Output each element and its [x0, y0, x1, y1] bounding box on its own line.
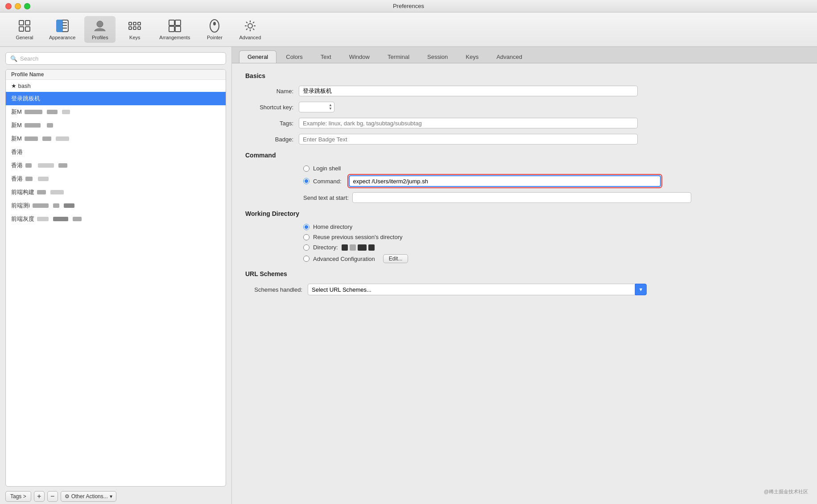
tags-input[interactable] — [299, 118, 638, 128]
stepper-down-icon[interactable]: ▼ — [329, 107, 332, 111]
chevron-down-icon-blue: ▼ — [639, 287, 644, 292]
dir-block-2 — [350, 244, 356, 251]
shortcut-select[interactable]: ▲ ▼ — [299, 102, 334, 112]
shortcut-stepper[interactable]: ▲ ▼ — [329, 103, 332, 111]
content-area: Basics Name: Shortcut key: ▲ ▼ Tags: — [232, 63, 817, 504]
profile-item-xin3[interactable]: 新M — [6, 132, 226, 145]
command-input[interactable] — [349, 175, 661, 187]
reuse-dir-radio[interactable] — [303, 234, 309, 240]
profile-name-xg2: 香港 — [11, 161, 23, 169]
home-dir-row: Home directory — [303, 223, 804, 230]
toolbar-item-pointer[interactable]: Pointer — [199, 16, 230, 43]
svg-rect-14 — [133, 27, 136, 29]
wd-title: Working Directory — [245, 210, 804, 217]
arrangements-icon — [168, 19, 182, 33]
blurred-9 — [25, 163, 32, 168]
blurred-6 — [25, 136, 38, 141]
search-icon: 🔍 — [10, 55, 17, 62]
profile-item-xin1[interactable]: 新M — [6, 105, 226, 119]
dir-label: Directory: — [313, 244, 338, 251]
tab-keys[interactable]: Keys — [457, 50, 487, 63]
dir-block-3 — [358, 244, 367, 251]
profile-item-djb[interactable]: 登录跳板机 — [6, 92, 226, 105]
toolbar-label-keys: Keys — [129, 35, 140, 40]
dir-radio[interactable] — [303, 244, 309, 251]
tab-text[interactable]: Text — [312, 50, 340, 63]
toolbar-item-appearance[interactable]: Appearance — [44, 16, 81, 43]
profile-item-xg3[interactable]: 香港 — [6, 172, 226, 186]
blurred-5 — [47, 123, 53, 128]
edit-button[interactable]: Edit... — [383, 254, 408, 263]
send-text-input[interactable] — [352, 192, 691, 203]
blurred-14 — [37, 190, 46, 194]
url-select-wrapper: Select URL Schemes... ▼ — [308, 284, 647, 295]
login-shell-label: Login shell — [313, 165, 341, 172]
url-select[interactable]: Select URL Schemes... — [308, 284, 635, 295]
profile-name-xg: 香港 — [11, 148, 23, 156]
toolbar-item-arrangements[interactable]: Arrangements — [154, 16, 195, 43]
tab-window[interactable]: Window — [341, 50, 378, 63]
name-row: Name: — [245, 86, 804, 96]
advanced-config-label: Advanced Configuration — [313, 256, 375, 262]
svg-rect-5 — [57, 20, 62, 32]
blurred-2 — [47, 110, 58, 114]
dir-block-4 — [368, 244, 375, 251]
tags-button[interactable]: Tags > — [5, 491, 31, 502]
profile-item-xg[interactable]: 香港 — [6, 145, 226, 159]
titlebar: Preferences — [0, 0, 817, 12]
other-actions-button[interactable]: ⚙ Other Actions... ▾ — [61, 491, 116, 502]
url-select-arrow[interactable]: ▼ — [635, 284, 647, 295]
sidebar: 🔍 Profile Name ★ bash 登录跳板机 新M — [0, 47, 232, 504]
login-shell-radio[interactable] — [303, 165, 309, 172]
profiles-header: Profile Name — [6, 70, 226, 80]
tab-advanced[interactable]: Advanced — [488, 50, 531, 63]
other-actions-label: Other Actions... — [71, 493, 108, 500]
toolbar-item-profiles[interactable]: Profiles — [84, 16, 116, 43]
advanced-config-radio[interactable] — [303, 256, 309, 262]
name-input[interactable] — [299, 86, 638, 96]
blurred-15 — [50, 190, 64, 194]
url-row: Schemes handled: Select URL Schemes... ▼ — [245, 284, 804, 295]
svg-point-20 — [210, 20, 219, 32]
home-dir-radio[interactable] — [303, 224, 309, 230]
close-button[interactable] — [5, 3, 12, 9]
svg-rect-2 — [19, 27, 24, 31]
command-radio[interactable] — [303, 178, 309, 184]
profile-name-xin3: 新M — [11, 135, 22, 143]
toolbar-label-arrangements: Arrangements — [159, 35, 190, 40]
toolbar-item-general[interactable]: General — [9, 16, 40, 43]
profile-item-qd1[interactable]: 前端构建 — [6, 186, 226, 199]
general-icon — [17, 19, 32, 33]
profile-name-xg3: 香港 — [11, 175, 23, 183]
blurred-16 — [33, 203, 49, 208]
toolbar-item-keys[interactable]: Keys — [119, 16, 150, 43]
remove-profile-button[interactable]: − — [47, 491, 58, 502]
profiles-list: Profile Name ★ bash 登录跳板机 新M 新 — [5, 69, 226, 487]
blurred-21 — [73, 217, 82, 221]
directory-row: Directory: — [303, 244, 804, 251]
profile-item-qd3[interactable]: 前端灰度 — [6, 212, 226, 226]
keys-icon — [128, 19, 142, 33]
blurred-17 — [53, 203, 59, 208]
advanced-config-row: Advanced Configuration Edit... — [303, 254, 804, 263]
svg-rect-19 — [175, 26, 181, 32]
command-title: Command — [245, 152, 804, 159]
svg-rect-11 — [133, 22, 136, 25]
toolbar-item-advanced[interactable]: Advanced — [234, 16, 266, 43]
maximize-button[interactable] — [24, 3, 30, 9]
search-input[interactable] — [20, 55, 221, 62]
command-radio-group: Login shell Command: — [245, 165, 804, 187]
tab-session[interactable]: Session — [419, 50, 456, 63]
badge-input[interactable] — [299, 134, 638, 145]
add-profile-button[interactable]: + — [34, 491, 45, 502]
profile-item-xin2[interactable]: 新M — [6, 119, 226, 132]
svg-rect-10 — [129, 22, 132, 25]
tab-general[interactable]: General — [239, 50, 276, 63]
profile-item-xg2[interactable]: 香港 — [6, 159, 226, 172]
profile-item-bash[interactable]: ★ bash — [6, 80, 226, 92]
profile-item-qd2[interactable]: 前端测i — [6, 199, 226, 212]
minimize-button[interactable] — [15, 3, 21, 9]
tab-colors[interactable]: Colors — [277, 50, 311, 63]
tab-terminal[interactable]: Terminal — [379, 50, 418, 63]
home-dir-label: Home directory — [313, 223, 352, 230]
